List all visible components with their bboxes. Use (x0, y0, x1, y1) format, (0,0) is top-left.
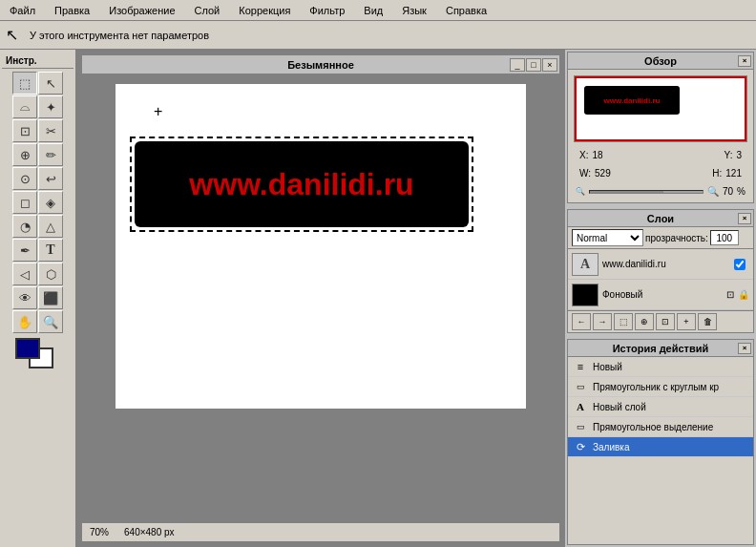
overview-slider[interactable]: 🔍 🔍 70 % (572, 184, 749, 199)
toolbar-hint: У этого инструмента нет параметров (30, 30, 209, 41)
zoom-percent-val: 70 (723, 186, 733, 197)
layers-btn-adj[interactable]: ⊕ (635, 313, 654, 330)
layers-close-btn[interactable]: × (738, 213, 751, 224)
menu-file[interactable]: Файл (4, 3, 41, 18)
menu-filter[interactable]: Фильтр (304, 3, 350, 18)
toolbox: Инстр. ⬚ ↖ ⌓ ✦ ⊡ ✂ ⊕ ✏ ⊙ ↩ ◻ ◈ ◔ △ (0, 50, 76, 547)
main-layout: Инстр. ⬚ ↖ ⌓ ✦ ⊡ ✂ ⊕ ✏ ⊙ ↩ ◻ ◈ ◔ △ (0, 50, 756, 547)
overview-red-border (575, 76, 746, 141)
menu-view[interactable]: Вид (358, 3, 388, 18)
overview-w-label: W: (579, 168, 591, 179)
tool-path[interactable]: ◁ (12, 263, 37, 285)
layer-thumb-2 (572, 284, 598, 306)
layers-panel: Слои × Normal прозрачность: A www.danili… (567, 209, 754, 333)
overview-panel: Обзор × www.danilidi.ru X: 18 Y: (567, 52, 754, 203)
menu-lang[interactable]: Язык (396, 3, 432, 18)
tool-brush[interactable]: ✏ (38, 143, 63, 166)
layer-row-2[interactable]: Фоновый ⊡ 🔒 (568, 280, 753, 310)
menu-correction[interactable]: Коррекция (233, 3, 296, 18)
menu-layer[interactable]: Слой (189, 3, 226, 18)
layers-opacity-input[interactable] (710, 230, 739, 245)
canvas-size: 640×480 px (124, 527, 175, 537)
overview-w-val: 529 (595, 168, 611, 179)
overview-wh2: H: 121 (708, 166, 746, 180)
canvas-close-btn[interactable]: × (542, 58, 557, 72)
history-item-1[interactable]: ▭ Прямоугольник с круглым кр (568, 377, 753, 397)
history-label-3: Прямоугольное выделение (593, 422, 713, 432)
foreground-color[interactable] (15, 338, 40, 359)
overview-preview: www.danilidi.ru (574, 75, 747, 142)
layers-btn-new[interactable]: + (677, 313, 696, 330)
history-label-1: Прямоугольник с круглым кр (593, 382, 719, 392)
overview-close-btn[interactable]: × (738, 55, 751, 67)
tool-select-move[interactable]: ↖ (38, 72, 63, 95)
tool-stamp[interactable]: ⊙ (12, 167, 37, 190)
layers-btn-mask[interactable]: ⬚ (614, 313, 633, 330)
history-item-4[interactable]: ⟳ Заливка (568, 437, 753, 457)
zoom-slider-track[interactable] (589, 190, 704, 194)
tool-select-rect[interactable]: ⬚ (12, 72, 37, 95)
menubar: Файл Правка Изображение Слой Коррекция Ф… (0, 0, 756, 21)
tool-blur[interactable]: ◔ (12, 215, 37, 238)
history-icon-4: ⟳ (574, 440, 587, 453)
overview-xy: X: 18 (576, 148, 607, 162)
layers-btn-style[interactable]: → (593, 313, 612, 330)
overview-y-val: 3 (736, 150, 742, 160)
canvas-content[interactable]: + www.danilidi.ru (82, 74, 559, 522)
history-item-3[interactable]: ▭ Прямоугольное выделение (568, 417, 753, 437)
tool-fill[interactable]: ◈ (38, 191, 63, 214)
layer-row-1[interactable]: A www.danilidi.ru (568, 249, 753, 280)
canvas-maximize-btn[interactable]: □ (526, 58, 541, 72)
menu-edit[interactable]: Правка (49, 3, 95, 18)
right-panels: Обзор × www.danilidi.ru X: 18 Y: (565, 50, 756, 547)
history-item-0[interactable]: ≡ Новый (568, 357, 753, 377)
canvas-titlebar: Безымянное _ □ × (82, 55, 559, 74)
layer-2-icon1: ⊡ (726, 289, 734, 300)
history-titlebar: История действий × (568, 340, 753, 357)
history-icon-1: ▭ (574, 380, 587, 393)
tool-shape[interactable]: ⬡ (38, 263, 63, 285)
tool-text[interactable]: T (38, 239, 63, 262)
layer-1-name: www.danilidi.ru (602, 259, 730, 269)
canvas-statusbar: 70% 640×480 px (82, 522, 559, 541)
history-close-btn[interactable]: × (738, 343, 751, 354)
toolbox-label: Инстр. (2, 53, 74, 69)
color-area (11, 338, 65, 380)
history-title: История действий (613, 343, 709, 354)
toolbar: ↖ У этого инструмента нет параметров (0, 21, 756, 50)
tool-lasso[interactable]: ⌓ (12, 95, 37, 118)
layers-btn-group[interactable]: ⊡ (656, 313, 675, 330)
menu-help[interactable]: Справка (440, 3, 493, 18)
overview-y-label: Y: (724, 150, 733, 160)
canvas-area: Безымянное _ □ × + www.danilidi.ru 70% (76, 50, 565, 547)
tool-history-brush[interactable]: ↩ (38, 167, 63, 190)
zoom-min-icon: 🔍 (576, 187, 585, 196)
tool-crop[interactable]: ⊡ (12, 119, 37, 142)
tool-eye[interactable]: 👁 (12, 286, 37, 309)
tool-dodge[interactable]: △ (38, 215, 63, 238)
layers-btn-link[interactable]: ← (572, 313, 591, 330)
canvas-minimize-btn[interactable]: _ (510, 58, 525, 72)
menu-image[interactable]: Изображение (103, 3, 180, 18)
zoom-max-icon: 🔍 (707, 186, 719, 197)
history-item-2[interactable]: A Новый слой (568, 397, 753, 417)
tool-hand[interactable]: ✋ (12, 310, 37, 333)
overview-xy2: Y: 3 (721, 148, 746, 162)
tool-magic-wand[interactable]: ✦ (38, 95, 63, 118)
canvas-inner: + www.danilidi.ru (116, 84, 526, 409)
layers-opacity-label: прозрачность: (645, 233, 708, 243)
canvas-controls: _ □ × (510, 58, 557, 72)
overview-x-val: 18 (592, 150, 602, 160)
tool-eraser[interactable]: ◻ (12, 191, 37, 214)
tool-zoom[interactable]: 🔍 (38, 310, 63, 333)
tool-slice[interactable]: ✂ (38, 119, 63, 142)
layers-toolbar: Normal прозрачность: (568, 227, 753, 249)
layers-mode-select[interactable]: Normal (572, 229, 643, 246)
canvas-window: Безымянное _ □ × + www.danilidi.ru 70% (80, 53, 561, 543)
tool-pen[interactable]: ✒ (12, 239, 37, 262)
layer-1-visibility-check[interactable] (734, 259, 746, 270)
tool-3d[interactable]: ⬛ (38, 286, 63, 309)
overview-h-label: H: (712, 168, 722, 179)
layers-btn-delete[interactable]: 🗑 (698, 313, 717, 330)
tool-heal[interactable]: ⊕ (12, 143, 37, 166)
